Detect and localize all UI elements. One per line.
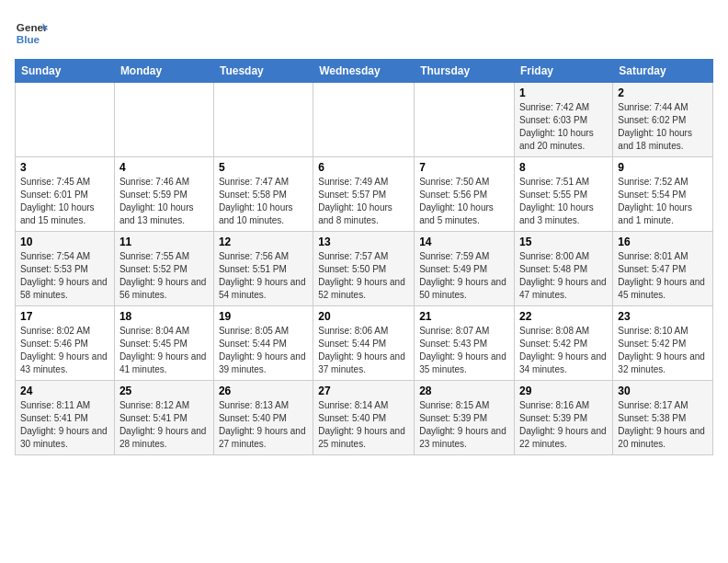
day-info: Sunrise: 8:11 AM Sunset: 5:41 PM Dayligh… xyxy=(20,399,109,451)
day-info: Sunrise: 8:08 AM Sunset: 5:42 PM Dayligh… xyxy=(519,325,608,376)
day-info: Sunrise: 7:47 AM Sunset: 5:58 PM Dayligh… xyxy=(219,176,308,227)
day-number: 21 xyxy=(419,310,509,323)
logo-icon: General Blue xyxy=(15,15,48,48)
calendar-cell xyxy=(213,83,313,157)
day-number: 28 xyxy=(419,385,509,397)
calendar-week-row: 17Sunrise: 8:02 AM Sunset: 5:46 PM Dayli… xyxy=(16,306,713,381)
calendar-cell: 14Sunrise: 7:59 AM Sunset: 5:49 PM Dayli… xyxy=(415,232,515,306)
day-info: Sunrise: 7:51 AM Sunset: 5:55 PM Dayligh… xyxy=(519,176,608,227)
calendar-cell: 16Sunrise: 8:01 AM Sunset: 5:47 PM Dayli… xyxy=(613,232,713,306)
calendar-week-row: 3Sunrise: 7:45 AM Sunset: 6:01 PM Daylig… xyxy=(16,157,713,232)
calendar-cell: 18Sunrise: 8:04 AM Sunset: 5:45 PM Dayli… xyxy=(114,306,213,381)
day-number: 29 xyxy=(519,385,608,397)
calendar-cell xyxy=(16,83,115,157)
calendar-cell: 29Sunrise: 8:16 AM Sunset: 5:39 PM Dayli… xyxy=(515,381,613,455)
day-info: Sunrise: 7:59 AM Sunset: 5:49 PM Dayligh… xyxy=(419,250,509,302)
day-info: Sunrise: 8:05 AM Sunset: 5:44 PM Dayligh… xyxy=(219,325,308,376)
calendar-cell: 6Sunrise: 7:49 AM Sunset: 5:57 PM Daylig… xyxy=(313,157,415,232)
day-info: Sunrise: 7:42 AM Sunset: 6:03 PM Dayligh… xyxy=(519,101,608,153)
calendar-cell: 28Sunrise: 8:15 AM Sunset: 5:39 PM Dayli… xyxy=(415,381,515,455)
calendar-cell: 22Sunrise: 8:08 AM Sunset: 5:42 PM Dayli… xyxy=(515,306,613,381)
day-info: Sunrise: 8:13 AM Sunset: 5:40 PM Dayligh… xyxy=(219,399,308,451)
calendar-cell: 13Sunrise: 7:57 AM Sunset: 5:50 PM Dayli… xyxy=(313,232,415,306)
weekday-header: Thursday xyxy=(415,60,515,83)
day-number: 24 xyxy=(20,385,109,397)
calendar-header: SundayMondayTuesdayWednesdayThursdayFrid… xyxy=(16,60,713,83)
calendar-cell: 20Sunrise: 8:06 AM Sunset: 5:44 PM Dayli… xyxy=(313,306,415,381)
day-number: 18 xyxy=(119,310,209,323)
day-number: 7 xyxy=(419,161,509,174)
calendar-week-row: 1Sunrise: 7:42 AM Sunset: 6:03 PM Daylig… xyxy=(16,83,713,157)
weekday-header: Saturday xyxy=(613,60,713,83)
calendar-cell: 27Sunrise: 8:14 AM Sunset: 5:40 PM Dayli… xyxy=(313,381,415,455)
day-info: Sunrise: 8:17 AM Sunset: 5:38 PM Dayligh… xyxy=(618,399,708,451)
day-info: Sunrise: 8:14 AM Sunset: 5:40 PM Dayligh… xyxy=(318,399,409,451)
day-info: Sunrise: 7:54 AM Sunset: 5:53 PM Dayligh… xyxy=(20,250,109,302)
day-info: Sunrise: 8:06 AM Sunset: 5:44 PM Dayligh… xyxy=(318,325,409,376)
day-number: 15 xyxy=(519,236,608,248)
day-number: 26 xyxy=(219,385,308,397)
day-number: 20 xyxy=(318,310,409,323)
day-number: 3 xyxy=(20,161,109,174)
day-number: 4 xyxy=(119,161,209,174)
day-number: 8 xyxy=(519,161,608,174)
day-number: 5 xyxy=(219,161,308,174)
day-number: 19 xyxy=(219,310,308,323)
calendar-cell: 26Sunrise: 8:13 AM Sunset: 5:40 PM Dayli… xyxy=(213,381,313,455)
day-number: 16 xyxy=(618,236,708,248)
calendar-cell xyxy=(114,83,213,157)
day-info: Sunrise: 8:16 AM Sunset: 5:39 PM Dayligh… xyxy=(519,399,608,451)
day-info: Sunrise: 7:46 AM Sunset: 5:59 PM Dayligh… xyxy=(119,176,209,227)
day-info: Sunrise: 7:57 AM Sunset: 5:50 PM Dayligh… xyxy=(318,250,409,302)
calendar-cell: 11Sunrise: 7:55 AM Sunset: 5:52 PM Dayli… xyxy=(114,232,213,306)
calendar-cell: 17Sunrise: 8:02 AM Sunset: 5:46 PM Dayli… xyxy=(16,306,115,381)
calendar-week-row: 24Sunrise: 8:11 AM Sunset: 5:41 PM Dayli… xyxy=(16,381,713,455)
day-info: Sunrise: 7:56 AM Sunset: 5:51 PM Dayligh… xyxy=(219,250,308,302)
logo: General Blue xyxy=(15,15,48,48)
day-number: 14 xyxy=(419,236,509,248)
calendar-cell: 7Sunrise: 7:50 AM Sunset: 5:56 PM Daylig… xyxy=(415,157,515,232)
calendar-table: SundayMondayTuesdayWednesdayThursdayFrid… xyxy=(15,59,713,455)
calendar-cell: 12Sunrise: 7:56 AM Sunset: 5:51 PM Dayli… xyxy=(213,232,313,306)
day-number: 6 xyxy=(318,161,409,174)
calendar-cell: 1Sunrise: 7:42 AM Sunset: 6:03 PM Daylig… xyxy=(515,83,613,157)
calendar-cell xyxy=(313,83,415,157)
day-number: 13 xyxy=(318,236,409,248)
day-info: Sunrise: 7:55 AM Sunset: 5:52 PM Dayligh… xyxy=(119,250,209,302)
day-info: Sunrise: 7:44 AM Sunset: 6:02 PM Dayligh… xyxy=(618,101,708,153)
day-info: Sunrise: 8:12 AM Sunset: 5:41 PM Dayligh… xyxy=(119,399,209,451)
day-info: Sunrise: 8:07 AM Sunset: 5:43 PM Dayligh… xyxy=(419,325,509,376)
day-info: Sunrise: 8:15 AM Sunset: 5:39 PM Dayligh… xyxy=(419,399,509,451)
svg-text:Blue: Blue xyxy=(17,33,40,45)
day-info: Sunrise: 8:04 AM Sunset: 5:45 PM Dayligh… xyxy=(119,325,209,376)
day-number: 10 xyxy=(20,236,109,248)
day-info: Sunrise: 8:02 AM Sunset: 5:46 PM Dayligh… xyxy=(20,325,109,376)
day-number: 25 xyxy=(119,385,209,397)
day-info: Sunrise: 8:00 AM Sunset: 5:48 PM Dayligh… xyxy=(519,250,608,302)
day-number: 30 xyxy=(618,385,708,397)
calendar-cell: 5Sunrise: 7:47 AM Sunset: 5:58 PM Daylig… xyxy=(213,157,313,232)
day-number: 1 xyxy=(519,86,608,99)
calendar-cell: 10Sunrise: 7:54 AM Sunset: 5:53 PM Dayli… xyxy=(16,232,115,306)
calendar-cell xyxy=(415,83,515,157)
calendar-cell: 23Sunrise: 8:10 AM Sunset: 5:42 PM Dayli… xyxy=(613,306,713,381)
day-number: 22 xyxy=(519,310,608,323)
calendar-cell: 30Sunrise: 8:17 AM Sunset: 5:38 PM Dayli… xyxy=(613,381,713,455)
weekday-header: Friday xyxy=(515,60,613,83)
day-number: 12 xyxy=(219,236,308,248)
calendar-cell: 9Sunrise: 7:52 AM Sunset: 5:54 PM Daylig… xyxy=(613,157,713,232)
weekday-header: Wednesday xyxy=(313,60,415,83)
calendar-cell: 21Sunrise: 8:07 AM Sunset: 5:43 PM Dayli… xyxy=(415,306,515,381)
calendar-cell: 25Sunrise: 8:12 AM Sunset: 5:41 PM Dayli… xyxy=(114,381,213,455)
day-info: Sunrise: 7:52 AM Sunset: 5:54 PM Dayligh… xyxy=(618,176,708,227)
weekday-header: Monday xyxy=(114,60,213,83)
day-info: Sunrise: 7:49 AM Sunset: 5:57 PM Dayligh… xyxy=(318,176,409,227)
calendar-cell: 8Sunrise: 7:51 AM Sunset: 5:55 PM Daylig… xyxy=(515,157,613,232)
calendar-cell: 4Sunrise: 7:46 AM Sunset: 5:59 PM Daylig… xyxy=(114,157,213,232)
day-info: Sunrise: 8:10 AM Sunset: 5:42 PM Dayligh… xyxy=(618,325,708,376)
calendar-cell: 3Sunrise: 7:45 AM Sunset: 6:01 PM Daylig… xyxy=(16,157,115,232)
day-number: 17 xyxy=(20,310,109,323)
day-number: 9 xyxy=(618,161,708,174)
calendar-cell: 19Sunrise: 8:05 AM Sunset: 5:44 PM Dayli… xyxy=(213,306,313,381)
page-header: General Blue xyxy=(15,15,713,48)
